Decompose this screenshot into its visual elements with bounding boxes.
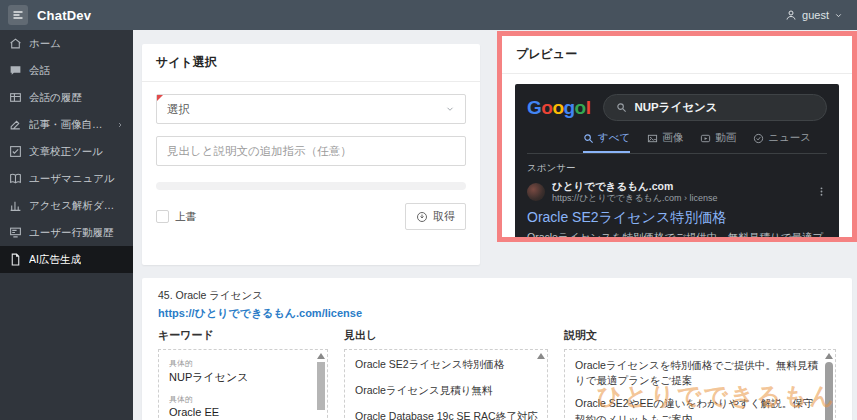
list-item[interactable]: Oracleライセンスを特別価格でご提供中。無料見積りで最適プランをご提案 <box>575 358 819 388</box>
preview-panel: プレビュー Googol NUPライセンス すべて 画像 <box>502 36 852 237</box>
menu-toggle-button[interactable] <box>8 5 28 25</box>
required-marker <box>157 95 163 101</box>
sidebar-item-conversation[interactable]: 会話 <box>0 57 133 84</box>
tab-all[interactable]: すべて <box>583 131 630 153</box>
fetch-button[interactable]: 取得 <box>405 203 466 230</box>
user-label: guest <box>802 9 829 21</box>
tab-news[interactable]: ニュース <box>753 131 811 153</box>
scrollbar-thumb[interactable] <box>317 362 325 410</box>
video-icon <box>700 133 711 144</box>
overwrite-label: 上書 <box>175 210 196 224</box>
keywords-list[interactable]: 具体的 NUPライセンス 具体的 Oracle EE 具体的 Oracle SE… <box>158 349 328 420</box>
search-preview: Googol NUPライセンス すべて 画像 <box>515 84 839 237</box>
book-icon <box>9 172 22 185</box>
search-preview-top: Googol NUPライセンス <box>527 94 827 121</box>
scroll-up-icon[interactable] <box>825 353 833 359</box>
more-options-icon[interactable] <box>816 186 827 197</box>
list-item[interactable]: Oracleライセンス見積り無料 <box>355 384 531 398</box>
descriptions-column: 説明文 Oracleライセンスを特別価格でご提供中。無料見積りで最適プランをご提… <box>564 328 836 420</box>
search-icon <box>616 102 627 113</box>
headlines-scrollbar[interactable] <box>535 351 546 420</box>
list-item[interactable]: 具体的 NUPライセンス <box>169 358 311 385</box>
keywords-scrollbar[interactable] <box>315 351 326 420</box>
chart-icon <box>9 199 22 212</box>
chevron-down-icon <box>445 104 455 114</box>
chat-icon <box>9 64 22 77</box>
keywords-column: キーワード 具体的 NUPライセンス 具体的 Oracle EE 具体的 Ora… <box>158 328 328 420</box>
sidebar-item-home[interactable]: ホーム <box>0 30 133 57</box>
sidebar-item-user-manual[interactable]: ユーザマニュアル <box>0 165 133 192</box>
fetch-icon <box>416 211 428 223</box>
chevron-right-icon <box>116 121 124 129</box>
activity-icon <box>9 226 22 239</box>
sidebar-item-conversation-history[interactable]: 会話の履歴 <box>0 84 133 111</box>
results-panel: 45. Oracle ライセンス https://ひとりでできるもん.com/l… <box>142 278 852 420</box>
search-tabs: すべて 画像 動画 ニュース <box>527 131 827 154</box>
form-actions-row: 上書 取得 <box>156 203 466 230</box>
overwrite-checkbox[interactable] <box>156 210 169 223</box>
image-icon <box>647 133 658 144</box>
sponsor-label: スポンサー <box>527 162 827 175</box>
site-url: https://ひとりでできるもん.com › license <box>552 193 717 204</box>
sidebar-item-user-activity-history[interactable]: ユーザー行動履歴 <box>0 219 133 246</box>
headlines-column: 見出し Oracle SE2ライセンス特別価格 Oracleライセンス見積り無料… <box>344 328 548 420</box>
chevron-down-icon <box>834 11 843 20</box>
result-entry-link[interactable]: https://ひとりでできるもん.com/license <box>158 306 362 321</box>
site-favicon <box>527 183 545 201</box>
divider-bar <box>156 182 466 190</box>
tab-videos[interactable]: 動画 <box>700 131 736 153</box>
overwrite-checkbox-row[interactable]: 上書 <box>156 210 196 224</box>
list-item[interactable]: 具体的 Oracle EE <box>169 394 311 418</box>
descriptions-header: 説明文 <box>564 328 836 343</box>
googol-logo: Googol <box>527 97 591 119</box>
site-select-title: サイト選択 <box>142 44 480 82</box>
site-select-value: 選択 <box>167 102 190 117</box>
list-item[interactable]: Oracle SE2やEEの違いをわかりやすく解説。保守契約のメリットもご案内 <box>575 396 819 420</box>
sidebar-item-article-image-creation[interactable]: 記事・画像自動作成 <box>0 111 133 138</box>
sidebar-nav: ホーム 会話 会話の履歴 記事・画像自動作成 文章校正ツール ユーザマニュアル … <box>0 30 133 420</box>
news-icon <box>753 133 764 144</box>
headlines-list[interactable]: Oracle SE2ライセンス特別価格 Oracleライセンス見積り無料 Ora… <box>344 349 548 420</box>
user-menu[interactable]: guest <box>785 9 843 21</box>
preview-highlight-frame: プレビュー Googol NUPライセンス すべて 画像 <box>497 31 857 242</box>
list-item[interactable]: Oracle SE2ライセンス特別価格 <box>355 358 531 372</box>
descriptions-scrollbar[interactable] <box>823 351 834 420</box>
check-square-icon <box>9 145 22 158</box>
scrollbar-thumb[interactable] <box>825 362 833 420</box>
hamburger-icon <box>12 9 24 21</box>
site-select-dropdown[interactable]: 選択 <box>156 94 466 124</box>
result-description: Oracleライセンスを特別価格でご提供中。無料見積りで最適プランをご提案 <box>527 231 827 237</box>
result-title-link[interactable]: Oracle SE2ライセンス特別価格 <box>527 209 827 227</box>
descriptions-list[interactable]: Oracleライセンスを特別価格でご提供中。無料見積りで最適プランをご提案 Or… <box>564 349 836 420</box>
file-icon <box>9 253 22 266</box>
result-site-row: ひとりでできるもん.com https://ひとりでできるもん.com › li… <box>527 180 827 203</box>
headlines-header: 見出し <box>344 328 548 343</box>
search-query: NUPライセンス <box>635 100 718 115</box>
preview-title: プレビュー <box>502 36 852 74</box>
result-columns: キーワード 具体的 NUPライセンス 具体的 Oracle EE 具体的 Ora… <box>158 328 836 420</box>
search-input[interactable]: NUPライセンス <box>603 94 828 121</box>
list-item[interactable]: Oracle Database 19c SE RAC終了対応 <box>355 410 531 420</box>
fetch-label: 取得 <box>433 209 455 224</box>
user-icon <box>785 9 797 21</box>
scroll-up-icon[interactable] <box>537 353 545 359</box>
sidebar-item-proofreading-tool[interactable]: 文章校正ツール <box>0 138 133 165</box>
app-title: ChatDev <box>37 8 91 23</box>
sidebar-item-analytics-dashboard[interactable]: アクセス解析ダッシュボード <box>0 192 133 219</box>
site-identity: ひとりでできるもん.com https://ひとりでできるもん.com › li… <box>552 180 717 203</box>
site-name: ひとりでできるもん.com <box>552 180 717 193</box>
home-icon <box>9 37 22 50</box>
search-icon <box>583 133 594 144</box>
sidebar-item-ai-ad-generation[interactable]: AI広告生成 <box>0 246 133 273</box>
site-select-panel: サイト選択 選択 上書 取得 <box>142 44 480 265</box>
result-entry-title: 45. Oracle ライセンス <box>158 289 836 303</box>
table-icon <box>9 91 22 104</box>
instruction-input[interactable] <box>156 136 466 166</box>
tab-images[interactable]: 画像 <box>647 131 683 153</box>
edit-icon <box>9 118 22 131</box>
keywords-header: キーワード <box>158 328 328 343</box>
top-header: ChatDev guest <box>0 0 857 30</box>
site-select-body: 選択 上書 取得 <box>142 82 480 242</box>
scroll-up-icon[interactable] <box>317 353 325 359</box>
